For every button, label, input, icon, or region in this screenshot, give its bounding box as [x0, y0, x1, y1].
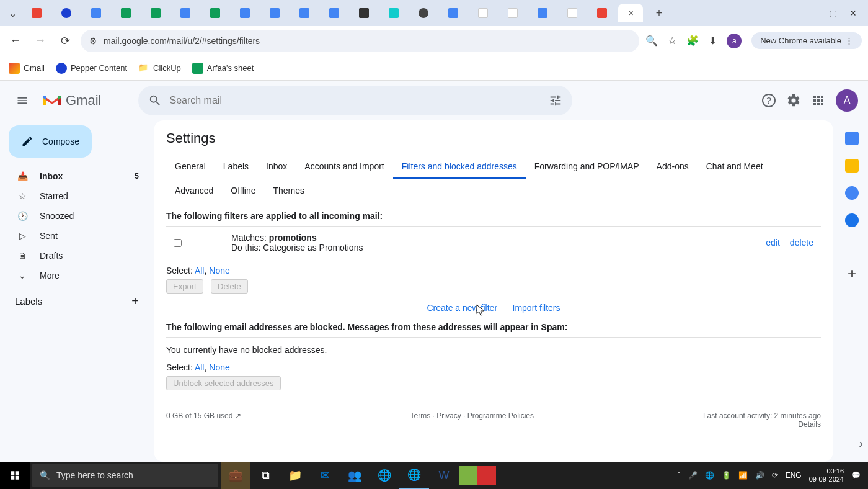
tab-16[interactable]	[469, 4, 497, 22]
tab-13[interactable]	[380, 4, 407, 22]
tb-app1[interactable]	[459, 466, 477, 485]
sidebar-item-sent[interactable]: ▷Sent	[5, 226, 149, 246]
tab-forwarding[interactable]: Forwarding and POP/IMAP	[526, 155, 648, 179]
tray-language[interactable]: ENG	[786, 471, 802, 480]
tray-chevron[interactable]: ˄	[677, 471, 681, 480]
tab-accounts[interactable]: Accounts and Import	[296, 155, 392, 179]
sidebar-item-snoozed[interactable]: 🕐Snoozed	[5, 206, 149, 226]
tab-3[interactable]	[82, 4, 110, 22]
tab-10[interactable]	[291, 4, 318, 22]
search-options-icon[interactable]	[549, 94, 562, 107]
calendar-app-icon[interactable]	[845, 132, 859, 145]
tb-word[interactable]: W	[429, 462, 459, 489]
tabs-dropdown[interactable]: ⌄	[5, 7, 20, 19]
tab-8[interactable]	[231, 4, 259, 22]
main-menu-button[interactable]	[10, 88, 35, 113]
create-filter-link[interactable]: Create a new filter	[427, 303, 497, 313]
bookmark-clickup[interactable]: 📁ClickUp	[138, 63, 181, 74]
minimize-button[interactable]: —	[808, 8, 817, 18]
compose-button[interactable]: Compose	[9, 125, 92, 158]
site-info-icon[interactable]: ⚙	[89, 36, 97, 46]
tb-teams[interactable]: 👥	[340, 462, 370, 489]
forward-button[interactable]: →	[31, 34, 50, 47]
tab-20[interactable]	[588, 4, 616, 22]
tray-datetime[interactable]: 00:16 09-09-2024	[809, 467, 844, 483]
tab-5[interactable]	[142, 4, 169, 22]
profile-avatar-small[interactable]: a	[727, 34, 742, 48]
tab-15[interactable]	[440, 4, 467, 22]
apps-grid-icon[interactable]	[811, 93, 826, 108]
tab-themes[interactable]: Themes	[265, 179, 314, 202]
tab-active[interactable]: ✕	[618, 4, 643, 22]
tb-explorer[interactable]: 📁	[280, 462, 310, 489]
sidebar-item-drafts[interactable]: 🗎Drafts	[5, 246, 149, 266]
terms-link[interactable]: Terms	[410, 411, 431, 420]
zoom-icon[interactable]: 🔍	[645, 35, 658, 47]
policies-link[interactable]: Programme Policies	[467, 411, 534, 420]
new-tab-button[interactable]: +	[645, 4, 673, 22]
add-app-button[interactable]: +	[848, 265, 856, 282]
tab-chat[interactable]: Chat and Meet	[698, 155, 772, 179]
filter-checkbox[interactable]	[174, 239, 182, 247]
tb-chrome1[interactable]: 🌐	[370, 462, 399, 489]
sidebar-item-inbox[interactable]: 📥Inbox5	[5, 166, 149, 186]
tb-briefcase[interactable]: 💼	[221, 462, 250, 489]
tab-labels[interactable]: Labels	[215, 155, 257, 179]
chrome-update-button[interactable]: New Chrome available⋮	[751, 32, 862, 49]
tab-filters[interactable]: Filters and blocked addresses	[393, 155, 526, 179]
tb-outlook[interactable]: ✉	[310, 462, 340, 489]
search-mail-box[interactable]	[138, 86, 572, 115]
keep-app-icon[interactable]	[845, 159, 859, 173]
tb-app2[interactable]	[477, 466, 496, 485]
collapse-panel-icon[interactable]: ›	[859, 436, 863, 451]
tasks-app-icon[interactable]	[845, 186, 859, 200]
bookmark-pepper[interactable]: Pepper Content	[56, 63, 127, 74]
gmail-logo[interactable]: Gmail	[42, 92, 101, 109]
tab-19[interactable]	[559, 4, 586, 22]
tab-17[interactable]	[499, 4, 526, 22]
downloads-icon[interactable]: ⬇	[709, 35, 717, 47]
tab-general[interactable]: General	[166, 155, 215, 179]
tab-2[interactable]	[53, 4, 80, 22]
tab-addons[interactable]: Add-ons	[648, 155, 698, 179]
tray-wifi-icon[interactable]: 📶	[738, 471, 748, 480]
delete-filter-link[interactable]: delete	[790, 238, 813, 248]
tray-sync-icon[interactable]: ⟳	[772, 471, 778, 480]
support-icon[interactable]: ?	[761, 93, 776, 108]
reload-button[interactable]: ⟳	[56, 34, 74, 48]
back-button[interactable]: ←	[6, 34, 25, 47]
taskbar-search[interactable]: 🔍 Type here to search	[32, 464, 218, 487]
sidebar-item-more[interactable]: ⌄More	[5, 266, 149, 285]
select-none-link[interactable]: None	[209, 266, 229, 276]
add-label-button[interactable]: +	[131, 294, 139, 308]
tray-battery-icon[interactable]: 🔋	[722, 471, 731, 480]
tab-advanced[interactable]: Advanced	[166, 179, 222, 202]
bookmark-gmail[interactable]: Gmail	[9, 63, 45, 74]
tray-mic-icon[interactable]: 🎤	[688, 471, 698, 480]
tab-12[interactable]	[350, 4, 378, 22]
close-window-button[interactable]: ✕	[849, 8, 857, 18]
contacts-app-icon[interactable]	[845, 213, 859, 227]
search-input[interactable]	[169, 95, 549, 106]
select-all-link[interactable]: All	[195, 266, 205, 276]
edit-filter-link[interactable]: edit	[766, 238, 780, 248]
tab-7[interactable]	[202, 4, 229, 22]
tab-11[interactable]	[321, 4, 348, 22]
account-avatar[interactable]: A	[836, 89, 858, 112]
select-none-blocked[interactable]: None	[209, 362, 229, 372]
tab-gmail[interactable]	[23, 4, 50, 22]
bookmark-star-icon[interactable]: ☆	[668, 35, 676, 47]
maximize-button[interactable]: ▢	[829, 8, 837, 18]
tab-offline[interactable]: Offline	[222, 179, 264, 202]
sidebar-item-starred[interactable]: ☆Starred	[5, 186, 149, 206]
select-all-blocked[interactable]: All	[195, 362, 205, 372]
start-button[interactable]	[0, 462, 30, 489]
tb-chrome2[interactable]: 🌐	[399, 462, 429, 489]
tab-inbox[interactable]: Inbox	[257, 155, 296, 179]
open-storage-icon[interactable]: ↗	[235, 411, 241, 420]
bookmark-sheet[interactable]: Arfaa's sheet	[192, 63, 254, 74]
tab-4[interactable]	[112, 4, 140, 22]
tab-9[interactable]	[261, 4, 288, 22]
tab-14[interactable]	[410, 4, 437, 22]
tab-18[interactable]	[529, 4, 556, 22]
